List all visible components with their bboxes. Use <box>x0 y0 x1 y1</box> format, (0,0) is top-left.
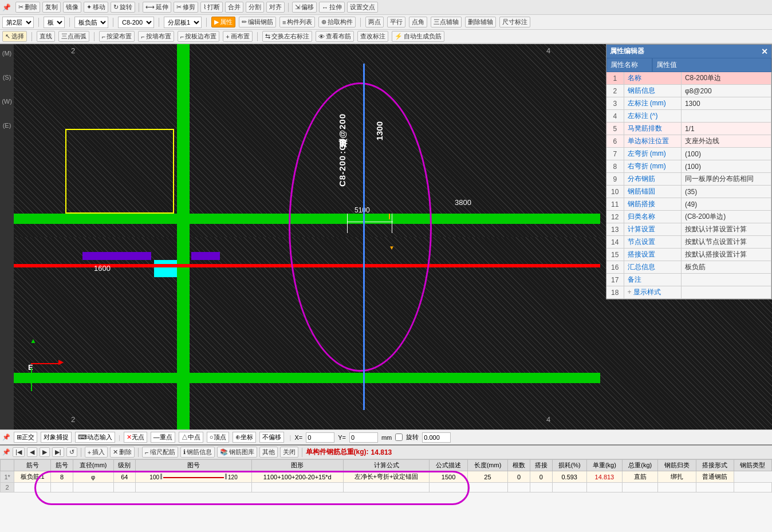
close-btn[interactable]: 关闭 <box>280 447 298 458</box>
setpoint-btn[interactable]: 设置交点 <box>347 2 378 13</box>
by-beam-btn[interactable]: ⌐按梁布置 <box>99 31 135 42</box>
props-row-name[interactable]: 名称 <box>624 72 681 85</box>
props-row-value[interactable]: φ8@200 <box>681 85 771 97</box>
props-row-7[interactable]: 7左弯折 (mm)(100) <box>606 148 771 160</box>
copy-btn[interactable]: 复制 <box>42 2 61 13</box>
props-row-value[interactable]: 支座外边线 <box>681 135 771 148</box>
table-cell-0-11[interactable]: 0 <box>530 471 553 483</box>
table-cell-0-6[interactable]: 1100+100+200-20+15*d <box>251 471 343 483</box>
table-cell-0-8[interactable]: 1500 <box>430 471 467 483</box>
table-row-0[interactable]: 1*板负筋.18φ641001201100+100+200-20+15*d左净长… <box>1 471 772 483</box>
props-row-name[interactable]: 归类名称 <box>624 211 681 223</box>
props-row-12[interactable]: 12归类名称(C8-200单边) <box>606 211 771 223</box>
load-select[interactable]: 板负筋 <box>74 17 108 28</box>
select-btn[interactable]: ↖选择 <box>2 31 27 42</box>
table-cell-0-16[interactable]: 普通钢筋 <box>696 471 734 483</box>
table-cell-0-9[interactable]: 25 <box>467 471 508 483</box>
props-row-name[interactable]: 左弯折 (mm) <box>624 148 681 160</box>
props-row-13[interactable]: 13计算设置按默认计算设置计算 <box>606 223 771 236</box>
rebar-info-btn[interactable]: ℹ钢筋信息 <box>180 447 215 458</box>
pick-member-btn[interactable]: ⊕抬取构件 <box>318 17 356 27</box>
nav-next-btn[interactable]: ▶ <box>40 447 50 457</box>
props-row-17[interactable]: 17备注 <box>606 274 771 286</box>
mirror-btn[interactable]: 镜像 <box>63 2 81 13</box>
props-row-2[interactable]: 2钢筋信息φ8@200 <box>606 85 771 97</box>
table-cell-0-13[interactable]: 14.813 <box>586 471 622 483</box>
props-row-value[interactable]: (100) <box>681 160 771 173</box>
delete-btn[interactable]: ✂删除 <box>15 2 40 13</box>
other-btn[interactable]: 其他 <box>259 447 278 458</box>
offset-btn[interactable]: ⇲偏移 <box>292 2 317 13</box>
type-select[interactable]: 板 <box>44 17 65 28</box>
table-cell-0-4[interactable]: 64 <box>113 471 136 483</box>
delete-axis-btn[interactable]: 删除辅轴 <box>465 17 496 27</box>
align-btn[interactable]: 对齐 <box>266 2 285 13</box>
props-row-value[interactable]: (49) <box>681 198 771 211</box>
props-row-5[interactable]: 5马凳筋排数1/1 <box>606 123 771 135</box>
props-row-3[interactable]: 3左标注 (mm)1300 <box>606 97 771 110</box>
parallel-btn[interactable]: 平行 <box>387 17 405 27</box>
two-point-btn[interactable]: 两点 <box>365 17 384 27</box>
props-close-btn[interactable]: ✕ <box>761 47 768 56</box>
props-row-10[interactable]: 10钢筋锚固(35) <box>606 186 771 198</box>
props-row-11[interactable]: 11钢筋搭接(49) <box>606 198 771 211</box>
break-btn[interactable]: ⌇打断 <box>200 2 223 13</box>
props-row-name[interactable]: 钢筋搭接 <box>624 198 681 211</box>
props-row-name[interactable]: + 显示样式 <box>624 286 681 299</box>
by-board-edge-btn[interactable]: ⌐按板边布置 <box>178 31 219 42</box>
props-row-name[interactable]: 单边标注位置 <box>624 135 681 148</box>
angle-btn[interactable]: 点角 <box>409 17 427 27</box>
table-cell-0-2[interactable]: 8 <box>51 471 73 483</box>
props-row-15[interactable]: 15搭接设置按默认搭接设置计算 <box>606 249 771 261</box>
by-wall-btn[interactable]: ⌐按墙布置 <box>138 31 174 42</box>
no-point-btn[interactable]: ✕无点 <box>124 432 147 443</box>
props-row-name[interactable]: 左标注 (mm) <box>624 97 681 110</box>
props-row-value[interactable]: (35) <box>681 186 771 198</box>
trim-btn[interactable]: ✂修剪 <box>174 2 198 13</box>
props-row-value[interactable]: 按默认搭接设置计算 <box>681 249 771 261</box>
sublayer-select[interactable]: 分层板1 <box>164 17 202 28</box>
extend-btn[interactable]: ⟷延伸 <box>143 2 171 13</box>
table-cell-0-14[interactable]: 直筋 <box>623 471 658 483</box>
table-cell-0-5[interactable]: 100120 <box>136 471 252 483</box>
props-row-name[interactable]: 右弯折 (mm) <box>624 160 681 173</box>
table-cell-0-1[interactable]: 板负筋.1 <box>14 471 51 483</box>
props-row-6[interactable]: 6单边标注位置支座外边线 <box>606 135 771 148</box>
snap-btn[interactable]: 对象捕捉 <box>41 432 72 443</box>
no-offset-btn[interactable]: 不偏移 <box>259 432 284 443</box>
props-row-value[interactable] <box>681 110 771 123</box>
props-row-16[interactable]: 16汇总信息板负筋 <box>606 261 771 274</box>
props-row-value[interactable]: 按默认节点设置计算 <box>681 236 771 249</box>
bottom-table-wrap[interactable]: 筋号筋号直径(mm)级别图号图形计算公式公式描述长度(mm)根数搭接损耗(%)单… <box>0 459 772 532</box>
nav-last-btn[interactable]: ▶| <box>52 447 64 457</box>
props-row-value[interactable]: (100) <box>681 148 771 160</box>
rotate-btn[interactable]: ↻旋转 <box>111 2 135 13</box>
table-cell-0-7[interactable]: 左净长+弯折+设定锚固 <box>343 471 430 483</box>
auto-neg-btn[interactable]: ⚡自动生成负筋 <box>392 31 444 42</box>
three-point-axis-btn[interactable]: 三点辅轴 <box>431 17 462 27</box>
props-row-value[interactable]: 1300 <box>681 97 771 110</box>
scale-rebar-btn[interactable]: ⌐缩尺配筋 <box>142 447 178 458</box>
swap-label-btn[interactable]: ⇆交换左右标注 <box>262 31 312 42</box>
props-row-1[interactable]: 1名称C8-200单边 <box>606 72 771 85</box>
props-row-9[interactable]: 9分布钢筋同一板厚的分布筋相同 <box>606 173 771 186</box>
props-row-name[interactable]: 钢筋信息 <box>624 85 681 97</box>
dynamic-input-btn[interactable]: ⌨动态输入 <box>75 432 115 443</box>
top-point-btn[interactable]: ○顶点 <box>207 432 229 443</box>
mid-point-btn[interactable]: △中点 <box>179 432 203 443</box>
props-row-value[interactable] <box>681 286 771 299</box>
props-row-value[interactable]: 按默认计算设置计算 <box>681 223 771 236</box>
member-list-btn[interactable]: ≡构件列表 <box>279 17 315 27</box>
draw-place-btn[interactable]: +画布置 <box>223 31 252 42</box>
props-row-value[interactable]: C8-200单边 <box>681 72 771 85</box>
orthogonal-btn[interactable]: ⊞正交 <box>14 432 37 443</box>
edit-rebar-btn[interactable]: ✏编辑钢筋 <box>239 17 276 27</box>
dim-btn[interactable]: 尺寸标注 <box>499 17 530 27</box>
insert-btn[interactable]: +插入 <box>85 447 108 458</box>
expand-icon[interactable]: + <box>628 288 632 296</box>
props-row-name[interactable]: 左标注 (^) <box>624 110 681 123</box>
table-cell-0-15[interactable]: 绑扎 <box>658 471 696 483</box>
move-btn[interactable]: ✦移动 <box>84 2 108 13</box>
props-row-name[interactable]: 备注 <box>624 274 681 286</box>
props-row-14[interactable]: 14节点设置按默认节点设置计算 <box>606 236 771 249</box>
